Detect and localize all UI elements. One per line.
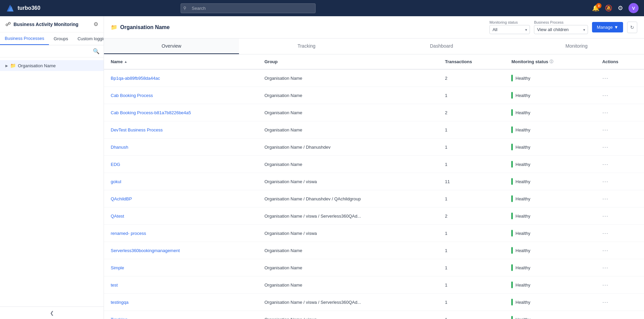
sidebar-gear-icon[interactable]: ⚙ xyxy=(93,21,98,27)
cell-group-12: Organisation Name xyxy=(258,276,438,294)
table-row: Tracking Organisation Name / viswa 1 Hea… xyxy=(104,311,644,319)
cell-group-10: Organisation Name xyxy=(258,242,438,259)
page-title: Organisation Name xyxy=(120,24,170,30)
process-link-2[interactable]: Cab Booking Process-b81a7b8226be4a5 xyxy=(111,110,191,115)
sidebar-search-icon[interactable]: 🔍 xyxy=(93,48,100,54)
cell-transactions-8: 2 xyxy=(438,207,505,225)
table-row: Dhanush Organisation Name / Dhanushdev 1… xyxy=(104,139,644,156)
actions-menu-button-4[interactable]: ⋯ xyxy=(602,144,609,150)
sidebar-tree: ▶ 📁 Organisation Name xyxy=(0,57,104,306)
actions-menu-button-8[interactable]: ⋯ xyxy=(602,213,609,219)
actions-menu-button-6[interactable]: ⋯ xyxy=(602,178,609,185)
process-link-11[interactable]: Simple xyxy=(111,265,124,270)
actions-menu-button-12[interactable]: ⋯ xyxy=(602,281,609,288)
tab-business-processes[interactable]: Business Processes xyxy=(0,32,49,45)
process-link-4[interactable]: Dhanush xyxy=(111,145,128,150)
folder-icon: 📁 xyxy=(10,63,16,68)
actions-menu-button-11[interactable]: ⋯ xyxy=(602,264,609,271)
process-link-6[interactable]: gokul xyxy=(111,179,121,184)
status-indicator-11 xyxy=(511,264,513,271)
cell-name-10: Serverless360bookingmanagement xyxy=(104,242,258,259)
settings-button[interactable]: ⚙ xyxy=(618,5,623,11)
cell-actions-9: ⋯ xyxy=(595,225,644,242)
cell-actions-6: ⋯ xyxy=(595,173,644,190)
process-link-8[interactable]: QAtest xyxy=(111,214,124,219)
process-link-1[interactable]: Cab Booking Process xyxy=(111,93,153,98)
sidebar-collapse-button[interactable]: ❮ xyxy=(0,306,104,319)
tab-groups[interactable]: Groups xyxy=(49,33,73,45)
cell-actions-3: ⋯ xyxy=(595,121,644,139)
sidebar-tabs: Business Processes Groups Custom logging xyxy=(0,32,104,45)
notifications-button[interactable]: 🔔 3 xyxy=(592,5,599,11)
cell-name-5: EDG xyxy=(104,156,258,173)
cell-group-3: Organisation Name xyxy=(258,121,438,139)
actions-menu-button-2[interactable]: ⋯ xyxy=(602,109,609,116)
tab-custom-logging[interactable]: Custom logging xyxy=(73,33,104,45)
gear-icon: ⚙ xyxy=(618,5,623,11)
tab-overview[interactable]: Overview xyxy=(104,39,239,54)
tab-monitoring[interactable]: Monitoring xyxy=(509,39,644,54)
status-indicator-9 xyxy=(511,230,513,237)
info-icon[interactable]: ⓘ xyxy=(549,59,553,64)
process-link-14[interactable]: Tracking xyxy=(111,317,127,319)
sort-icon[interactable]: ▲ xyxy=(124,60,127,64)
status-text-10: Healthy xyxy=(515,248,530,253)
monitoring-status-select[interactable]: All xyxy=(489,25,530,34)
status-indicator-7 xyxy=(511,195,513,202)
logo-area[interactable]: turbo360 xyxy=(5,3,41,13)
actions-menu-button-1[interactable]: ⋯ xyxy=(602,92,609,99)
business-process-select[interactable]: View all children xyxy=(534,25,588,34)
cell-status-0: Healthy xyxy=(505,69,595,87)
actions-menu-button-3[interactable]: ⋯ xyxy=(602,126,609,133)
tab-dashboard[interactable]: Dashboard xyxy=(374,39,509,54)
process-link-3[interactable]: DevTest Business Process xyxy=(111,127,163,132)
process-link-12[interactable]: test xyxy=(111,283,118,288)
cell-transactions-11: 1 xyxy=(438,259,505,276)
search-input[interactable] xyxy=(181,3,316,13)
tab-tracking[interactable]: Tracking xyxy=(239,39,374,54)
sub-header: 📁 Organisation Name Monitoring status Al… xyxy=(104,16,644,39)
actions-menu-button-5[interactable]: ⋯ xyxy=(602,161,609,168)
cell-actions-11: ⋯ xyxy=(595,259,644,276)
manage-button[interactable]: Manage ▼ xyxy=(592,22,623,32)
cell-name-8: QAtest xyxy=(104,207,258,225)
nav-icons-area: 🔔 3 🔕 ⚙ V xyxy=(592,3,639,13)
cell-name-1: Cab Booking Process xyxy=(104,87,258,104)
refresh-button[interactable]: ↻ xyxy=(627,22,637,33)
status-text-1: Healthy xyxy=(515,93,530,98)
actions-menu-button-10[interactable]: ⋯ xyxy=(602,247,609,254)
actions-menu-button-7[interactable]: ⋯ xyxy=(602,195,609,202)
content-area: Overview Tracking Dashboard Monitoring N… xyxy=(104,39,644,319)
th-actions: Actions xyxy=(595,54,644,69)
cell-name-13: testingqa xyxy=(104,294,258,311)
cell-status-4: Healthy xyxy=(505,139,595,156)
process-link-9[interactable]: renamed- process xyxy=(111,231,146,236)
page-folder-icon: 📁 xyxy=(111,24,117,30)
actions-menu-button-13[interactable]: ⋯ xyxy=(602,299,609,305)
actions-menu-button-14[interactable]: ⋯ xyxy=(602,316,609,319)
actions-menu-button-9[interactable]: ⋯ xyxy=(602,230,609,237)
process-link-7[interactable]: QAchildBP xyxy=(111,196,132,201)
cell-group-13: Organisation Name / viswa / Serverless36… xyxy=(258,294,438,311)
process-link-10[interactable]: Serverless360bookingmanagement xyxy=(111,248,180,253)
actions-menu-button-0[interactable]: ⋯ xyxy=(602,75,609,81)
status-text-12: Healthy xyxy=(515,283,530,288)
content-tabs: Overview Tracking Dashboard Monitoring xyxy=(104,39,644,54)
process-link-0[interactable]: Bp1qa-ab89fb958da44ac xyxy=(111,76,160,81)
table-row: renamed- process Organisation Name / vis… xyxy=(104,225,644,242)
top-navigation: turbo360 ⚲ 🔔 3 🔕 ⚙ V xyxy=(0,0,644,16)
tree-item-organisation[interactable]: ▶ 📁 Organisation Name xyxy=(0,60,104,71)
cell-name-12: test xyxy=(104,276,258,294)
process-link-13[interactable]: testingqa xyxy=(111,300,129,305)
user-avatar[interactable]: V xyxy=(628,3,639,13)
cell-group-8: Organisation Name / viswa / Serverless36… xyxy=(258,207,438,225)
alerts-button[interactable]: 🔕 xyxy=(605,5,612,11)
status-text-14: Healthy xyxy=(515,317,530,319)
status-indicator-4 xyxy=(511,144,513,150)
cell-transactions-13: 1 xyxy=(438,294,505,311)
chevron-right-icon: ▶ xyxy=(5,64,8,68)
process-link-5[interactable]: EDG xyxy=(111,162,120,167)
table-row: testingqa Organisation Name / viswa / Se… xyxy=(104,294,644,311)
cell-group-11: Organisation Name xyxy=(258,259,438,276)
status-text-6: Healthy xyxy=(515,179,530,184)
